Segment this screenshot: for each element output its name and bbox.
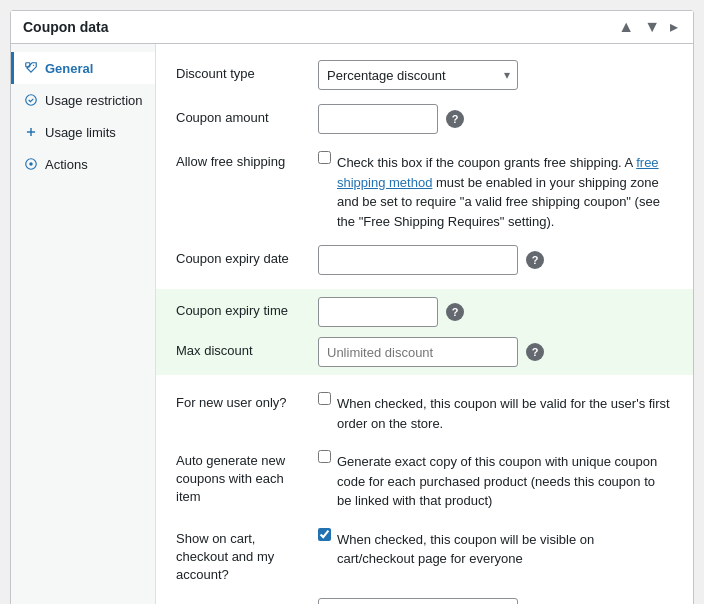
svg-point-1 (33, 65, 34, 66)
free-shipping-checkbox[interactable] (318, 151, 331, 164)
panel-body: General Usage restriction (11, 44, 693, 604)
expiry-date-input[interactable]: 2027-06-30 (318, 245, 518, 275)
svg-point-2 (26, 95, 37, 106)
expiry-date-help-icon[interactable]: ? (526, 251, 544, 269)
sidebar-label-actions: Actions (45, 157, 88, 172)
sidebar-label-usage-restriction: Usage restriction (45, 93, 143, 108)
show-on-cart-field: When checked, this coupon will be visibl… (318, 525, 673, 569)
panel-controls: ▲ ▼ ▸ (615, 19, 681, 35)
auto-generate-field: Generate exact copy of this coupon with … (318, 447, 673, 511)
new-user-label: For new user only? (176, 389, 306, 412)
show-on-cart-desc: When checked, this coupon will be visibl… (337, 525, 673, 569)
apply-discount-label: Apply discount on (176, 598, 306, 604)
new-user-desc: When checked, this coupon will be valid … (337, 389, 673, 433)
circle-dot-icon (23, 156, 39, 172)
discount-type-row: Discount type Percentage discount Fixed … (176, 60, 673, 90)
free-shipping-label: Allow free shipping (176, 148, 306, 171)
new-user-checkbox[interactable] (318, 392, 331, 405)
green-section: Coupon expiry time 12:00 ? Max discount … (156, 289, 693, 375)
free-shipping-checkbox-row: Check this box if the coupon grants free… (318, 148, 673, 231)
panel-up-button[interactable]: ▲ (615, 19, 637, 35)
new-user-checkbox-row: When checked, this coupon will be valid … (318, 389, 673, 433)
expiry-time-label: Coupon expiry time (176, 297, 306, 320)
show-on-cart-checkbox[interactable] (318, 528, 331, 541)
auto-generate-row: Auto generate new coupons with each item… (176, 447, 673, 511)
auto-generate-checkbox-row: Generate exact copy of this coupon with … (318, 447, 673, 511)
new-user-row: For new user only? When checked, this co… (176, 389, 673, 433)
auto-generate-desc: Generate exact copy of this coupon with … (337, 447, 673, 511)
sidebar: General Usage restriction (11, 44, 156, 604)
max-discount-row: Max discount ? (176, 337, 673, 367)
tag-icon (23, 60, 39, 76)
sidebar-item-usage-limits[interactable]: Usage limits (11, 116, 155, 148)
panel-expand-button[interactable]: ▸ (667, 19, 681, 35)
svg-point-6 (29, 162, 33, 166)
discount-type-select[interactable]: Percentage discount Fixed cart discount … (318, 60, 518, 90)
max-discount-input[interactable] (318, 337, 518, 367)
sidebar-label-general: General (45, 61, 93, 76)
panel-down-button[interactable]: ▼ (641, 19, 663, 35)
sidebar-label-usage-limits: Usage limits (45, 125, 116, 140)
show-on-cart-row: Show on cart, checkout and my account? W… (176, 525, 673, 585)
expiry-date-field: 2027-06-30 ? (318, 245, 673, 275)
plus-icon (23, 124, 39, 140)
expiry-time-field: 12:00 ? (318, 297, 673, 327)
coupon-panel: Coupon data ▲ ▼ ▸ General (10, 10, 694, 604)
max-discount-label: Max discount (176, 337, 306, 360)
coupon-amount-help-icon[interactable]: ? (446, 110, 464, 128)
coupon-amount-field: 15 ? (318, 104, 673, 134)
panel-header: Coupon data ▲ ▼ ▸ (11, 11, 693, 44)
show-on-cart-label: Show on cart, checkout and my account? (176, 525, 306, 585)
discount-type-select-wrapper: Percentage discount Fixed cart discount … (318, 60, 518, 90)
free-shipping-desc: Check this box if the coupon grants free… (337, 148, 673, 231)
new-user-field: When checked, this coupon will be valid … (318, 389, 673, 433)
free-shipping-field: Check this box if the coupon grants free… (318, 148, 673, 231)
sidebar-item-actions[interactable]: Actions (11, 148, 155, 180)
max-discount-help-icon[interactable]: ? (526, 343, 544, 361)
content-area: Discount type Percentage discount Fixed … (156, 44, 693, 604)
expiry-time-row: Coupon expiry time 12:00 ? (176, 297, 673, 327)
expiry-date-label: Coupon expiry date (176, 245, 306, 268)
panel-title: Coupon data (23, 19, 109, 35)
show-on-cart-checkbox-row: When checked, this coupon will be visibl… (318, 525, 673, 569)
sidebar-item-usage-restriction[interactable]: Usage restriction (11, 84, 155, 116)
sidebar-item-general[interactable]: General (11, 52, 155, 84)
auto-generate-label: Auto generate new coupons with each item (176, 447, 306, 507)
expiry-time-input[interactable]: 12:00 (318, 297, 438, 327)
free-shipping-row: Allow free shipping Check this box if th… (176, 148, 673, 231)
discount-type-field: Percentage discount Fixed cart discount … (318, 60, 673, 90)
apply-discount-row: Apply discount on All applicable product… (176, 598, 673, 604)
expiry-date-row: Coupon expiry date 2027-06-30 ? (176, 245, 673, 275)
coupon-amount-label: Coupon amount (176, 104, 306, 127)
coupon-amount-row: Coupon amount 15 ? (176, 104, 673, 134)
apply-discount-select[interactable]: All applicable products Specific product… (318, 598, 518, 604)
apply-discount-select-wrapper: All applicable products Specific product… (318, 598, 518, 604)
discount-type-label: Discount type (176, 60, 306, 83)
coupon-amount-input[interactable]: 15 (318, 104, 438, 134)
max-discount-field: ? (318, 337, 673, 367)
circle-check-icon (23, 92, 39, 108)
auto-generate-checkbox[interactable] (318, 450, 331, 463)
apply-discount-field: All applicable products Specific product… (318, 598, 673, 604)
expiry-time-help-icon[interactable]: ? (446, 303, 464, 321)
